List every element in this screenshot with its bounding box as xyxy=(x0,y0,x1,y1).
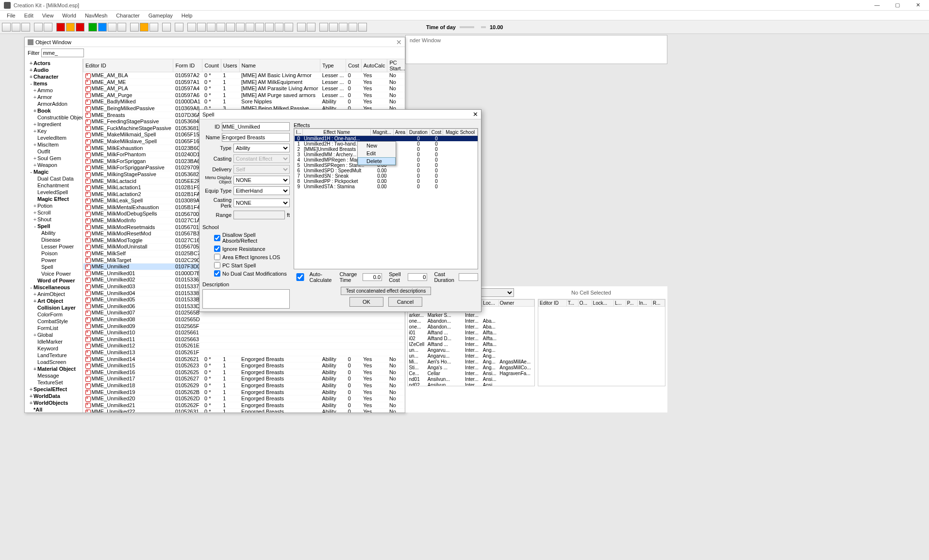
column-header[interactable]: Magic School xyxy=(443,129,478,136)
table-row[interactable]: MME_Unmilked090102565F xyxy=(83,323,405,329)
table-row[interactable]: MME_Unmilked130105261F xyxy=(83,349,405,356)
cell-row[interactable]: un...Angarvu...Inter...Ang... xyxy=(408,353,534,359)
toolbar-button[interactable] xyxy=(348,23,357,32)
tree-node[interactable]: Constructible Objec xyxy=(25,114,83,121)
tree-node[interactable]: Lesser Power xyxy=(25,243,83,250)
tree-node[interactable]: Message xyxy=(25,372,83,379)
toolbar-button[interactable] xyxy=(34,23,43,32)
table-row[interactable]: MME_Unmilked190105262B0 *1Engorged Breas… xyxy=(83,389,405,395)
tree-node[interactable]: -Magic xyxy=(25,168,83,175)
toolbar-button[interactable] xyxy=(329,23,338,32)
equip-select[interactable]: EitherHand xyxy=(233,186,290,195)
toolbar-button[interactable] xyxy=(265,23,274,32)
column-header[interactable]: Form ID xyxy=(173,59,202,72)
toolbar-button[interactable] xyxy=(307,23,315,32)
cell-row[interactable]: IZeCellAlftand ...Inter...Alfta... xyxy=(408,342,534,347)
column-header[interactable]: Users xyxy=(221,59,239,72)
mdo-select[interactable]: NONE xyxy=(233,176,290,184)
tree-node[interactable]: Enchantment xyxy=(25,182,83,189)
toolbar-button[interactable] xyxy=(255,23,264,32)
table-row[interactable]: MME_Unmilked210105262F0 *1Engorged Breas… xyxy=(83,402,405,409)
toolbar-button[interactable] xyxy=(339,23,348,32)
toolbar-button[interactable] xyxy=(319,23,328,32)
cell-list[interactable]: DNameL...Coor...Loc...Owneriel...TestTor… xyxy=(407,299,535,386)
toolbar-button[interactable] xyxy=(2,23,11,32)
context-delete[interactable]: Delete xyxy=(358,157,396,165)
name-input[interactable] xyxy=(222,133,290,142)
toolbar-button[interactable] xyxy=(187,23,196,32)
column-header[interactable]: Type xyxy=(320,59,346,72)
tree-node[interactable]: ArmorAddon xyxy=(25,100,83,107)
cell-row[interactable]: i02Alftand D...Inter...Alfta... xyxy=(408,336,534,342)
tree-node[interactable]: +Armor xyxy=(25,94,83,100)
cell-row[interactable]: Ce...CellarInter...Ansi...HagravenFa... xyxy=(408,371,534,377)
toolbar-button[interactable] xyxy=(149,23,158,32)
tree-node[interactable]: +Audio xyxy=(25,66,83,73)
minimize-button[interactable]: — xyxy=(870,2,884,8)
toolbar-button[interactable] xyxy=(297,23,306,32)
tree-node[interactable]: +Soul Gem xyxy=(25,155,83,162)
toolbar-button[interactable] xyxy=(236,23,245,32)
column-header[interactable]: Editor ID xyxy=(83,59,173,72)
toolbar-button[interactable] xyxy=(216,23,225,32)
context-new[interactable]: New xyxy=(358,142,396,149)
cell-row[interactable]: nd02Ansilvun...Inter...Ansi... xyxy=(408,382,534,386)
tree-node[interactable]: Disease xyxy=(25,236,83,243)
toolbar-button[interactable] xyxy=(12,23,20,32)
tree-node[interactable]: LeveledItem xyxy=(25,134,83,141)
column-header[interactable]: Magnit... xyxy=(370,129,393,136)
description-input[interactable] xyxy=(202,289,290,309)
chargetime-input[interactable] xyxy=(363,273,382,281)
table-row[interactable]: MME_Unmilked17010526270 *1Engorged Breas… xyxy=(83,376,405,382)
tree-node[interactable]: +Ingredient xyxy=(25,121,83,128)
tree-node[interactable]: -Miscellaneous xyxy=(25,284,83,291)
effect-row[interactable]: 7UnmilkedSN : Sneak0.0000 xyxy=(295,173,478,179)
menu-help[interactable]: Help xyxy=(178,12,197,19)
effects-list[interactable]: I...Effect NameMagnit...AreaDurationCost… xyxy=(294,128,478,269)
tree-node[interactable]: +Scroll xyxy=(25,209,83,216)
column-header[interactable]: PC Start... xyxy=(387,59,405,72)
tree-node[interactable]: +Key xyxy=(25,128,83,134)
tree-node[interactable]: +Shout xyxy=(25,216,83,223)
table-row[interactable]: MME_Unmilked16010526250 *1Engorged Breas… xyxy=(83,369,405,376)
effect-row[interactable]: 0Unmilked1H : One-hand...00 xyxy=(295,136,478,142)
table-row[interactable]: MME_BadlyMilked01000DA10 *1Sore NipplesA… xyxy=(83,99,405,105)
cell-row[interactable]: arker...Marker S...Inter... xyxy=(408,313,534,318)
close-button[interactable]: ✕ xyxy=(911,2,925,8)
tree-node[interactable]: CombatStyle xyxy=(25,318,83,325)
toolbar-button[interactable] xyxy=(207,23,216,32)
tree-node[interactable]: +Material Object xyxy=(25,365,83,372)
table-row[interactable]: MME_Unmilked120105261E xyxy=(83,343,405,349)
type-select[interactable]: Ability xyxy=(233,144,290,152)
cell-row[interactable]: Mi...Aeri's Ho...Inter...Ang...AngasMill… xyxy=(408,359,534,365)
tree-node[interactable]: IdleMarker xyxy=(25,338,83,345)
spellcost-input[interactable] xyxy=(408,273,427,281)
time-slider[interactable] xyxy=(481,26,486,28)
tree-node[interactable]: LandTexture xyxy=(25,352,83,359)
tree-node[interactable]: LoadScreen xyxy=(25,359,83,365)
cell-row[interactable]: un...Angarvu...Inter...Ang... xyxy=(408,347,534,353)
menu-gameplay[interactable]: Gameplay xyxy=(145,12,177,19)
menubar[interactable]: FileEditViewWorldNavMeshCharacterGamepla… xyxy=(0,11,929,20)
los-checkbox[interactable] xyxy=(214,254,220,260)
tree-node[interactable]: -Items xyxy=(25,80,83,87)
tree-node[interactable]: ColorForm xyxy=(25,311,83,318)
tree-node[interactable]: +Character xyxy=(25,73,83,80)
menu-world[interactable]: World xyxy=(58,12,80,19)
tree-node[interactable]: Dual Cast Data xyxy=(25,175,83,182)
cell-row[interactable]: one...Abandon...Inter...Aba... xyxy=(408,318,534,324)
id-input[interactable] xyxy=(222,122,290,131)
castdur-input[interactable] xyxy=(459,273,478,281)
cell-row[interactable]: nd01Ansilvun...Inter...Ansi... xyxy=(408,377,534,382)
tree-node[interactable]: Collision Layer xyxy=(25,304,83,311)
effect-row[interactable]: 9UnmilkedSTA : Stamina0.0000 xyxy=(295,184,478,189)
tree-node[interactable]: FormList xyxy=(25,325,83,331)
tree-node[interactable]: +SpecialEffect xyxy=(25,386,83,393)
column-header[interactable]: Area xyxy=(393,129,407,136)
filter-input[interactable] xyxy=(41,49,84,57)
tree-node[interactable]: +Book xyxy=(25,107,83,114)
tree-node[interactable]: +Weapon xyxy=(25,162,83,168)
tree-node[interactable]: TextureSet xyxy=(25,379,83,386)
column-header[interactable]: Cost xyxy=(430,129,443,136)
test-descriptions-button[interactable]: Test concatenated effect descriptions xyxy=(341,287,431,295)
